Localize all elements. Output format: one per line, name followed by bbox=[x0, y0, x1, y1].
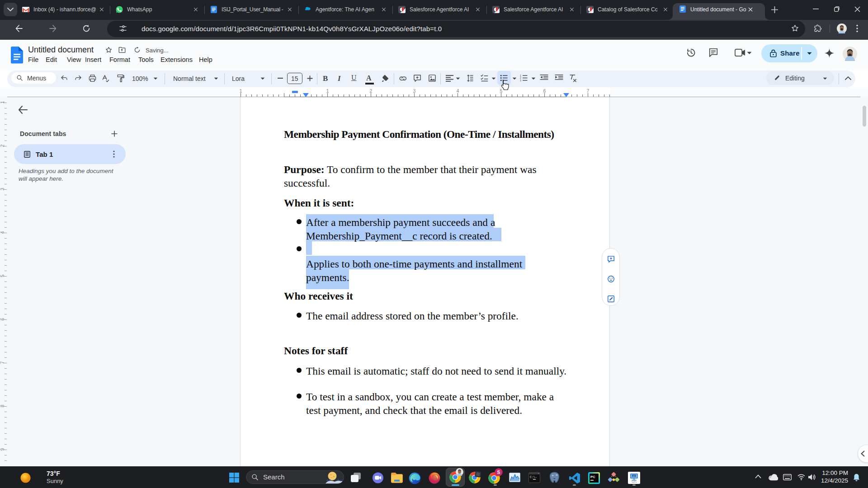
svg-text:GO!: GO! bbox=[632, 475, 635, 477]
svg-text:3: 3 bbox=[520, 79, 521, 81]
svg-text:C:\‑: C:\‑ bbox=[530, 476, 537, 479]
svg-text:S: S bbox=[497, 469, 500, 475]
svg-text:TaskPro: TaskPro bbox=[632, 481, 637, 483]
svg-text:PC: PC bbox=[590, 475, 595, 479]
